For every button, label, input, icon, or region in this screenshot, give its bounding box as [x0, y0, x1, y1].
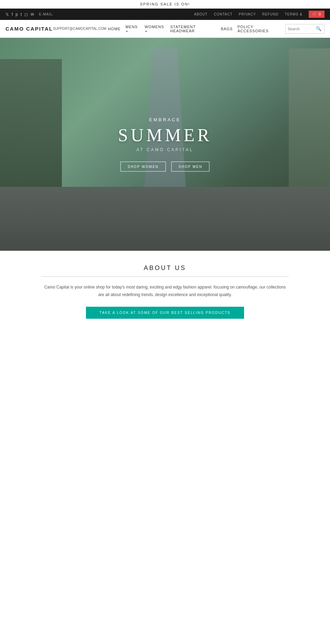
- contact-link[interactable]: CONTACT: [214, 12, 233, 16]
- nav-accessories[interactable]: POLICY ACCESSORIES: [238, 25, 280, 33]
- nav-mens[interactable]: MENS ▾: [125, 25, 140, 33]
- shop-women-button[interactable]: SHOP WOMEN: [120, 162, 166, 172]
- contact-email-display: SUPPORT@CAMOCAPITAL.COM: [53, 27, 108, 31]
- nav-bags[interactable]: BAGS: [221, 27, 233, 31]
- cart-button[interactable]: 🛒 0: [309, 11, 324, 18]
- hero-embrace-text: EMBRACE: [118, 117, 212, 122]
- search-input[interactable]: [288, 27, 315, 31]
- top-bar: 𝕏 f p t ◻ ✉ E-MAIL: ABOUT CONTACT PRIVAC…: [0, 9, 330, 20]
- bestselling-button[interactable]: TAKE A LOOK AT SOME OF OUR BEST SELLING …: [86, 307, 244, 319]
- nav-womens[interactable]: WOMENS ▾: [145, 25, 165, 33]
- hero-title: SUMMER: [118, 125, 212, 145]
- mens-dropdown-arrow: ▾: [126, 30, 128, 33]
- hero-subtitle: AT CAMO CAPITAL: [118, 147, 212, 152]
- main-nav: CAMO CAPITAL SUPPORT@CAMOCAPITAL.COM HOM…: [0, 20, 330, 38]
- privacy-link[interactable]: PRIVACY: [239, 12, 256, 16]
- announcement-bar: SPRING SALE IS ON!: [0, 0, 330, 9]
- cart-count: 0: [319, 12, 321, 16]
- shop-men-button[interactable]: SHOP MEN: [172, 162, 210, 172]
- about-text: Camo Capital is your online shop for tod…: [41, 284, 289, 298]
- womens-dropdown-arrow: ▾: [145, 30, 147, 33]
- pinterest-icon[interactable]: p: [15, 12, 18, 17]
- nav-links: HOME MENS ▾ WOMENS ▾ STATEMENT HEADWEAR …: [108, 25, 280, 33]
- announcement-text: SPRING SALE IS ON!: [140, 2, 190, 6]
- nav-home[interactable]: HOME: [108, 27, 121, 31]
- instagram-icon[interactable]: ◻: [24, 12, 28, 17]
- hero-content: EMBRACE SUMMER AT CAMO CAPITAL SHOP WOME…: [118, 117, 212, 172]
- about-divider: [41, 276, 289, 277]
- refund-link[interactable]: REFUND: [262, 12, 279, 16]
- twitter-icon[interactable]: 𝕏: [6, 12, 9, 17]
- terms-link[interactable]: TERMS &: [285, 12, 302, 16]
- logo[interactable]: CAMO CAPITAL: [6, 26, 53, 32]
- top-bar-left: 𝕏 f p t ◻ ✉ E-MAIL:: [6, 12, 54, 17]
- about-section: ABOUT US Camo Capital is your online sho…: [34, 251, 296, 329]
- about-link[interactable]: ABOUT: [194, 12, 207, 16]
- products-area: [0, 329, 330, 638]
- search-box[interactable]: 🔍: [285, 24, 324, 34]
- nav-headwear[interactable]: STATEMENT HEADWEAR: [170, 25, 216, 33]
- hero-section: EMBRACE SUMMER AT CAMO CAPITAL SHOP WOME…: [0, 38, 330, 251]
- hero-buttons: SHOP WOMEN SHOP MEN: [118, 162, 212, 172]
- facebook-icon[interactable]: f: [12, 12, 13, 17]
- search-icon-button[interactable]: 🔍: [315, 26, 322, 31]
- email-icon[interactable]: ✉: [31, 12, 34, 17]
- email-label: E-MAIL:: [39, 12, 54, 16]
- about-title: ABOUT US: [41, 264, 289, 272]
- top-bar-right: ABOUT CONTACT PRIVACY REFUND TERMS & 🛒 0: [194, 11, 324, 18]
- tumblr-icon[interactable]: t: [21, 12, 22, 17]
